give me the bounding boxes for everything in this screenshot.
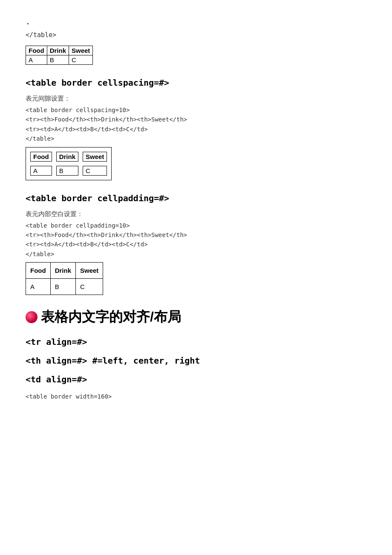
table-cell: A bbox=[26, 55, 47, 65]
table-row: A B C bbox=[26, 55, 93, 65]
code-line-2: <tr><th>Food</th><th>Drink</th><th>Sweet… bbox=[26, 230, 366, 240]
table-header-sweet: Sweet bbox=[69, 46, 93, 55]
table-cell: C bbox=[69, 55, 93, 65]
table-cell: A bbox=[26, 279, 51, 295]
alignment-big-heading: 表格内文字的对齐/布局 bbox=[26, 308, 366, 327]
cellspacing-table: Food Drink Sweet A B C bbox=[26, 147, 112, 180]
table-cell: B bbox=[50, 279, 75, 295]
table-row: A B C bbox=[30, 166, 107, 176]
table-header-food: Food bbox=[26, 263, 51, 279]
table-header-drink: Drink bbox=[47, 46, 69, 55]
table-header-sweet: Sweet bbox=[76, 263, 103, 279]
cellpadding-label: 表元内部空白设置： bbox=[26, 210, 366, 218]
cellspacing-heading: <table border cellspacing=#> bbox=[26, 78, 366, 88]
alignment-heading-text: 表格内文字的对齐/布局 bbox=[41, 308, 181, 327]
table-header-food: Food bbox=[30, 152, 52, 162]
tr-align-heading: <tr align=#> bbox=[26, 337, 366, 347]
table-header-row: Food Drink Sweet bbox=[26, 46, 93, 55]
cellspacing-code: <table border cellspacing=10> <tr><th>Fo… bbox=[26, 105, 366, 144]
table-header-row: Food Drink Sweet bbox=[30, 152, 107, 162]
table-cell: C bbox=[76, 279, 103, 295]
code-line-1: <table border cellpadding=10> bbox=[26, 221, 366, 230]
code-line-2: <tr><th>Food</th><th>Drink</th><th>Sweet… bbox=[26, 115, 366, 124]
table-header-food: Food bbox=[26, 46, 47, 55]
table-cell: B bbox=[47, 55, 69, 65]
th-align-heading: <th align=#> #=left, center, right bbox=[26, 356, 366, 366]
cellpadding-code: <table border cellpadding=10> <tr><th>Fo… bbox=[26, 221, 366, 259]
table-header-drink: Drink bbox=[50, 263, 75, 279]
table-cell: C bbox=[83, 166, 107, 176]
code-line-3: <tr><td>A</td><td>B</td><td>C</td> bbox=[26, 124, 366, 134]
table-header-row: Food Drink Sweet bbox=[26, 263, 103, 279]
code-line-1: <table border cellspacing=10> bbox=[26, 105, 366, 115]
cellspacing-label: 表元间隙设置： bbox=[26, 95, 366, 103]
td-align-heading: <td align=#> bbox=[26, 374, 366, 384]
dot-text: . bbox=[26, 17, 366, 26]
ball-icon bbox=[26, 311, 37, 323]
cellpadding-table: Food Drink Sweet A B C bbox=[26, 262, 103, 295]
close-table-tag: </table> bbox=[26, 31, 366, 39]
table-width-code: <table border width=160> bbox=[26, 393, 366, 400]
table-cell: A bbox=[30, 166, 52, 176]
table-row: A B C bbox=[26, 279, 103, 295]
first-table: Food Drink Sweet A B C bbox=[26, 46, 93, 65]
table-header-sweet: Sweet bbox=[83, 152, 107, 162]
table-cell: B bbox=[56, 166, 78, 176]
table-header-drink: Drink bbox=[56, 152, 78, 162]
cellpadding-heading: <table border cellpadding=#> bbox=[26, 193, 366, 203]
code-line-3: <tr><td>A</td><td>B</td><td>C</td> bbox=[26, 240, 366, 249]
code-line-4: </table> bbox=[26, 249, 366, 259]
code-line-4: </table> bbox=[26, 134, 366, 143]
